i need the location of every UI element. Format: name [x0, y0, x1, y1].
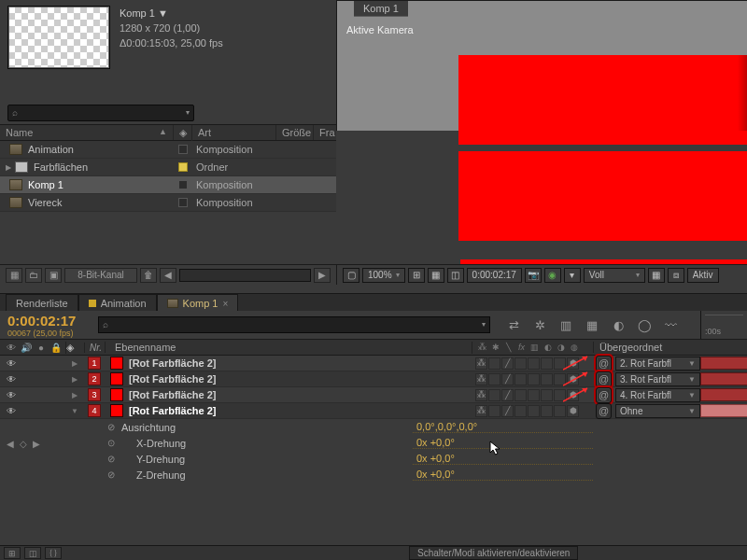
- parent-dropdown[interactable]: 2. Rot Farbfl▼: [615, 357, 700, 371]
- col-layername[interactable]: Ebenenname: [105, 342, 472, 353]
- eye-icon[interactable]: 👁: [5, 388, 18, 401]
- autokey-button[interactable]: ◯: [634, 316, 655, 333]
- 3dview-button[interactable]: ⧈: [668, 268, 684, 283]
- timeline-search-input[interactable]: ⌕ ▾: [98, 316, 490, 333]
- grid-button[interactable]: ⊞: [408, 268, 425, 283]
- fit-button[interactable]: ▢: [343, 268, 359, 283]
- property-value[interactable]: 0x +0,0°: [413, 453, 593, 465]
- interpret-footage-button[interactable]: ▦: [6, 268, 22, 283]
- collapse-icon[interactable]: ╲: [502, 342, 514, 354]
- layer-twirl[interactable]: ▶: [65, 375, 84, 384]
- layer-index[interactable]: 1: [88, 357, 101, 370]
- pick-whip-button[interactable]: @: [596, 403, 612, 419]
- layer-bar[interactable]: [700, 372, 747, 385]
- dropdown-icon[interactable]: ▾: [186, 108, 190, 117]
- layer-name[interactable]: [Rot Farbfläche 2]: [129, 405, 217, 416]
- layer-index[interactable]: 4: [88, 404, 101, 417]
- switches-modes-toggle[interactable]: Schalter/Modi aktivieren/deaktivieren: [409, 546, 578, 560]
- toggle-modes-button[interactable]: ◫: [24, 547, 41, 559]
- audio-col-icon[interactable]: 🔊: [20, 341, 33, 354]
- parent-dropdown[interactable]: 4. Rot Farbfl▼: [615, 388, 700, 402]
- quality-icon[interactable]: fx: [515, 342, 528, 354]
- shy-switch[interactable]: ⁂: [475, 373, 487, 385]
- tab-renderlist[interactable]: Renderliste: [6, 294, 78, 311]
- label-color[interactable]: [178, 198, 188, 207]
- twirl-icon[interactable]: ▶: [6, 163, 11, 172]
- layer-bar[interactable]: [700, 357, 747, 370]
- col-type[interactable]: Art: [192, 125, 276, 140]
- layer-name[interactable]: [Rot Farbfläche 2]: [129, 357, 217, 369]
- eye-col-icon[interactable]: 👁: [5, 341, 18, 354]
- col-label-icon[interactable]: ◈: [174, 125, 192, 141]
- property-value[interactable]: 0x +0,0°: [413, 469, 593, 481]
- toggle-curves-button[interactable]: ｛｝: [45, 547, 62, 559]
- property-value[interactable]: 0,0°,0,0°,0,0°: [413, 421, 593, 433]
- prev-keyframe-button[interactable]: ◀: [5, 439, 16, 449]
- parent-dropdown[interactable]: 3. Rot Farbfl▼: [615, 372, 700, 386]
- layer-row[interactable]: 👁▼4[Rot Farbfläche 2]⁂╱⬢@Ohne▼: [0, 403, 747, 419]
- layer-row[interactable]: 👁▶3[Rot Farbfläche 2]⁂╱⬢@4. Rot Farbfl▼: [0, 387, 747, 403]
- layer-index[interactable]: 2: [88, 372, 101, 385]
- pick-whip-button[interactable]: @: [596, 356, 612, 371]
- label-col-icon[interactable]: ◈: [65, 342, 84, 354]
- layer-twirl[interactable]: ▶: [65, 391, 84, 399]
- comp-thumbnail[interactable]: [7, 6, 110, 69]
- fx-icon[interactable]: ✱: [489, 342, 501, 354]
- layer-twirl[interactable]: ▼: [65, 407, 84, 415]
- stopwatch-icon[interactable]: ⊙: [105, 438, 118, 448]
- layer-row[interactable]: 👁▶2[Rot Farbfläche 2]⁂╱⬢@3. Rot Farbfl▼: [0, 371, 747, 387]
- resolution-dropdown[interactable]: Voll▾: [584, 268, 645, 283]
- keyframe-navigator[interactable]: ◀ ◇ ▶: [5, 439, 51, 449]
- col-parent[interactable]: Übergeordnet: [593, 342, 700, 353]
- col-framerate[interactable]: Fra: [314, 125, 336, 140]
- col-size[interactable]: Größe: [276, 125, 314, 140]
- add-keyframe-button[interactable]: ◇: [18, 439, 29, 449]
- col-nr[interactable]: Nr.: [84, 343, 105, 353]
- stopwatch-icon[interactable]: ⊘: [105, 422, 118, 432]
- property-value[interactable]: 0x +0,0°: [413, 437, 593, 449]
- eye-icon[interactable]: 👁: [5, 357, 18, 370]
- roi-button[interactable]: ◫: [447, 268, 464, 283]
- channel-button[interactable]: ◉: [544, 268, 561, 283]
- project-row[interactable]: ▶FarbflächenOrdner: [0, 159, 336, 176]
- parent-dropdown[interactable]: Ohne▼: [615, 404, 700, 418]
- layer-index[interactable]: 3: [88, 388, 101, 401]
- stopwatch-icon[interactable]: ⊘: [105, 454, 118, 464]
- draft3d-button[interactable]: ✲: [529, 316, 550, 333]
- 3d-switch[interactable]: ⬢: [567, 405, 579, 417]
- project-search-input[interactable]: ⌕ ▾: [7, 105, 194, 121]
- project-row[interactable]: AnimationKomposition: [0, 141, 336, 159]
- stopwatch-icon[interactable]: ⊘: [105, 469, 118, 480]
- scroll-right-button[interactable]: ▶: [314, 268, 331, 283]
- solo-col-icon[interactable]: ●: [35, 341, 48, 354]
- label-color[interactable]: [178, 180, 188, 189]
- property-row[interactable]: ⊙X-Drehung0x +0,0°: [0, 435, 747, 451]
- quality-switch[interactable]: ╱: [501, 405, 514, 417]
- quality-switch[interactable]: ╱: [501, 373, 514, 385]
- quality-switch[interactable]: ╱: [501, 357, 514, 370]
- viewer-panel[interactable]: Komp 1 Aktive Kamera: [336, 0, 747, 131]
- brainstorm-button[interactable]: ◐: [608, 316, 628, 333]
- next-keyframe-button[interactable]: ▶: [31, 439, 42, 449]
- pick-whip-button[interactable]: @: [596, 387, 612, 403]
- layer-name[interactable]: [Rot Farbfläche 2]: [129, 373, 217, 385]
- sort-icon[interactable]: ▲: [159, 127, 167, 138]
- pick-whip-button[interactable]: @: [596, 371, 612, 387]
- layer-bar[interactable]: [700, 404, 747, 417]
- tab-animation[interactable]: Animation: [78, 294, 157, 311]
- motionblur-button[interactable]: ▦: [582, 316, 602, 333]
- label-color[interactable]: [178, 145, 188, 154]
- lock-col-icon[interactable]: 🔒: [49, 341, 63, 354]
- transparency-button[interactable]: ▦: [648, 268, 665, 283]
- shy-switch[interactable]: ⁂: [475, 357, 487, 370]
- bit-depth-button[interactable]: 8-Bit-Kanal: [64, 268, 137, 283]
- shy-switch[interactable]: ⁂: [475, 389, 487, 401]
- scrollbar[interactable]: [179, 269, 311, 282]
- viewer-tab[interactable]: Komp 1: [354, 1, 408, 17]
- toggle-switches-button[interactable]: ⊞: [4, 547, 21, 559]
- graph-button[interactable]: 〰: [660, 316, 681, 333]
- layer-name[interactable]: [Rot Farbfläche 2]: [129, 389, 217, 400]
- timecode-display[interactable]: 0:00:02:17: [467, 268, 522, 283]
- property-row[interactable]: ⊘Ausrichtung0,0°,0,0°,0,0°: [0, 419, 747, 435]
- property-row[interactable]: ⊘Y-Drehung0x +0,0°: [0, 451, 747, 467]
